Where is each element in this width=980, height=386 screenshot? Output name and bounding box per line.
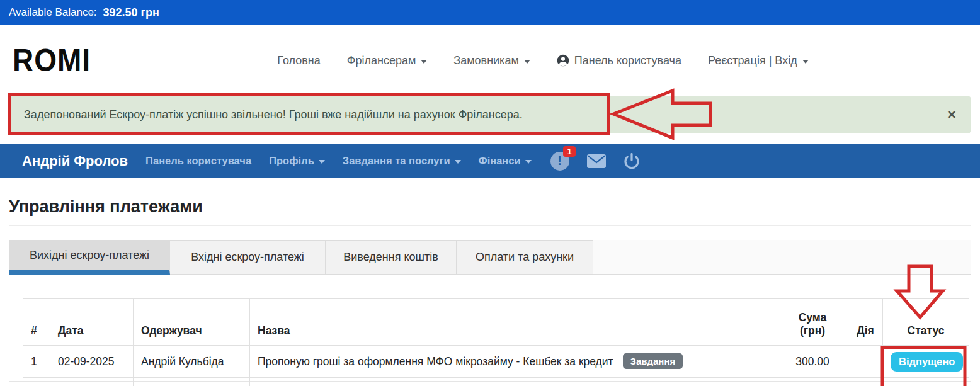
nav-item-user-panel[interactable]: Панель користувача bbox=[557, 54, 681, 67]
main-nav: Головна Фрілансерам Замовникам Панель ко… bbox=[277, 54, 808, 67]
nav-home-label: Головна bbox=[277, 54, 320, 67]
user-link-dashboard-label: Панель користувача bbox=[145, 155, 251, 167]
user-link-finance-label: Фінанси bbox=[479, 155, 521, 167]
cell-num: 1 bbox=[23, 346, 50, 378]
divider bbox=[9, 225, 971, 226]
user-link-tasks-services[interactable]: Завдання та послуги bbox=[343, 155, 461, 167]
user-link-tasks-services-label: Завдання та послуги bbox=[343, 155, 450, 167]
tab-payments-invoices[interactable]: Оплати та рахунки bbox=[457, 240, 593, 275]
power-icon[interactable] bbox=[624, 153, 640, 169]
user-bar: Андрій Фролов Панель користувача Профіль… bbox=[0, 144, 980, 178]
site-logo[interactable]: ROMI bbox=[13, 42, 91, 79]
chevron-down-icon bbox=[524, 60, 530, 64]
payments-table: # Дата Одержувач Назва Сума (грн) Дія Ст… bbox=[23, 298, 969, 386]
close-icon[interactable]: × bbox=[947, 107, 956, 122]
col-header-action: Дія bbox=[848, 299, 883, 346]
payment-title: Пропоную гроші за оформлення МФО мікроза… bbox=[258, 355, 613, 368]
balance-amount: 392.50 грн bbox=[103, 6, 159, 20]
envelope-icon[interactable] bbox=[587, 154, 606, 168]
cell-date: 02-09-2025 bbox=[50, 346, 134, 378]
chevron-down-icon bbox=[455, 160, 461, 164]
col-header-status: Статус bbox=[883, 299, 969, 346]
col-header-recipient: Одержувач bbox=[134, 299, 250, 346]
nav-freelancers-label: Фрілансерам bbox=[347, 54, 416, 67]
chevron-down-icon bbox=[802, 60, 809, 64]
user-link-profile-label: Профіль bbox=[269, 155, 314, 167]
balance-bar: Available Balance: 392.50 грн bbox=[0, 0, 980, 25]
nav-item-freelancers[interactable]: Фрілансерам bbox=[347, 54, 428, 67]
success-alert-message: Задепонований Ескроу-платіж успішно звіл… bbox=[24, 108, 523, 122]
nav-item-home[interactable]: Головна bbox=[277, 54, 320, 67]
cell-name: Пропоную гроші за оформлення МФО мікроза… bbox=[250, 346, 777, 378]
user-bar-icons: ! 1 bbox=[550, 152, 640, 171]
nav-item-clients[interactable]: Замовникам bbox=[453, 54, 530, 67]
col-header-amount: Сума (грн) bbox=[777, 299, 848, 346]
nav-register-login-label: Реєстрація | Вхід bbox=[708, 54, 797, 67]
site-header: ROMI Головна Фрілансерам Замовникам Пане… bbox=[0, 25, 980, 96]
notifications-button[interactable]: ! 1 bbox=[550, 152, 569, 171]
user-link-profile[interactable]: Профіль bbox=[269, 155, 325, 167]
balance-label: Available Balance: bbox=[9, 6, 97, 19]
tab-outgoing-escrow[interactable]: Вихідні ескроу-платежі bbox=[9, 240, 170, 275]
cell-recipient: Андрій Кульбіда bbox=[134, 346, 250, 378]
user-name: Андрій Фролов bbox=[22, 153, 128, 169]
tab-withdrawals[interactable]: Виведення коштів bbox=[326, 240, 457, 275]
user-link-finance[interactable]: Фінанси bbox=[479, 155, 532, 167]
col-header-num: # bbox=[23, 299, 50, 346]
status-badge[interactable]: Відпущено bbox=[891, 352, 963, 372]
nav-clients-label: Замовникам bbox=[453, 54, 518, 67]
table-header-row: # Дата Одержувач Назва Сума (грн) Дія Ст… bbox=[23, 299, 969, 346]
page-title: Управління платежами bbox=[9, 197, 971, 217]
table-row: 1 02-09-2025 Андрій Кульбіда Пропоную гр… bbox=[23, 346, 969, 378]
user-circle-icon bbox=[557, 54, 569, 67]
success-alert: Задепонований Ескроу-платіж успішно звіл… bbox=[9, 96, 971, 133]
cell-action bbox=[848, 346, 883, 378]
tab-incoming-escrow[interactable]: Вхідні ескроу-платежі bbox=[170, 240, 326, 275]
user-bar-links: Панель користувача Профіль Завдання та п… bbox=[145, 155, 532, 167]
payment-tabs: Вихідні ескроу-платежі Вхідні ескроу-пла… bbox=[9, 240, 971, 275]
notification-count-badge: 1 bbox=[563, 146, 575, 157]
col-header-name: Назва bbox=[250, 299, 777, 346]
cell-amount: 300.00 bbox=[777, 346, 848, 378]
task-type-badge: Завдання bbox=[623, 353, 683, 369]
user-link-dashboard[interactable]: Панель користувача bbox=[145, 155, 251, 167]
col-header-date: Дата bbox=[50, 299, 134, 346]
page-canvas: Available Balance: 392.50 грн ROMI Голов… bbox=[0, 0, 980, 386]
nav-item-register-login[interactable]: Реєстрація | Вхід bbox=[708, 54, 809, 67]
cell-status: Відпущено bbox=[883, 346, 969, 378]
chevron-down-icon bbox=[525, 160, 532, 164]
chevron-down-icon bbox=[319, 160, 325, 164]
table-row-partial bbox=[23, 378, 969, 386]
tab-panel: # Дата Одержувач Назва Сума (грн) Дія Ст… bbox=[9, 275, 971, 382]
nav-user-panel-label: Панель користувача bbox=[574, 54, 681, 67]
chevron-down-icon bbox=[421, 60, 427, 64]
tab-filler bbox=[593, 240, 971, 275]
